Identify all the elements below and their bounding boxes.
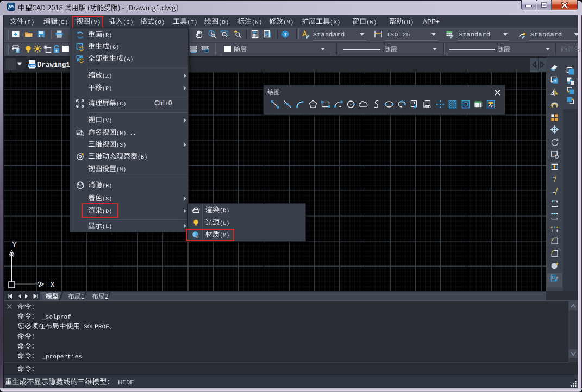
svg-text:Y: Y bbox=[12, 241, 17, 250]
svg-text:X: X bbox=[50, 281, 55, 290]
svg-text:?: ? bbox=[284, 31, 287, 37]
svg-text:DWG: DWG bbox=[28, 64, 36, 67]
